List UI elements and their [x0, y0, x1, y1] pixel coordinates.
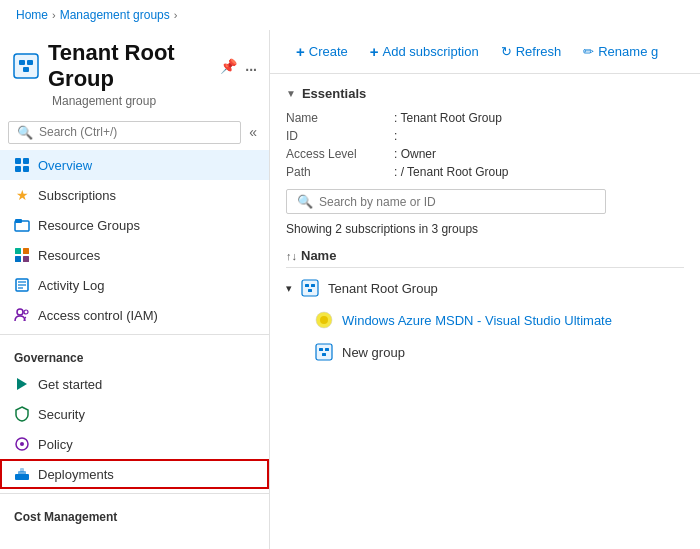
toolbar: + Create + Add subscription ↻ Refresh ✏ …: [270, 30, 700, 74]
sidebar-item-resources[interactable]: Resources: [0, 240, 269, 270]
svg-rect-6: [15, 166, 21, 172]
filter-input[interactable]: [319, 195, 595, 209]
sidebar-item-security-label: Security: [38, 407, 85, 422]
svg-rect-29: [308, 289, 312, 292]
refresh-button[interactable]: ↻ Refresh: [491, 39, 572, 64]
search-box[interactable]: 🔍: [8, 121, 241, 144]
access-control-icon: [14, 307, 30, 323]
svg-rect-35: [322, 353, 326, 356]
svg-rect-7: [23, 166, 29, 172]
sidebar-item-access-control[interactable]: Access control (IAM): [0, 300, 269, 330]
svg-rect-2: [27, 60, 33, 65]
add-subscription-button[interactable]: + Add subscription: [360, 38, 489, 65]
sort-icon[interactable]: ↑↓: [286, 250, 297, 262]
essentials-chevron[interactable]: ▼: [286, 88, 296, 99]
sidebar-resource-icon: [12, 50, 40, 82]
collapse-button[interactable]: «: [245, 120, 261, 144]
sidebar-item-subscriptions[interactable]: ★ Subscriptions: [0, 180, 269, 210]
svg-rect-34: [325, 348, 329, 351]
divider-cost: [0, 493, 269, 494]
management-group-icon: [12, 52, 40, 80]
sidebar-subtitle: Management group: [52, 94, 257, 108]
deployments-icon: [14, 466, 30, 482]
governance-section-label: Governance: [0, 339, 269, 369]
sidebar-item-resource-groups[interactable]: Resource Groups: [0, 210, 269, 240]
sidebar-item-policy[interactable]: Policy: [0, 429, 269, 459]
search-row: 🔍 «: [0, 114, 269, 150]
activity-log-icon: [14, 277, 30, 293]
tenant-root-group-icon: [300, 278, 320, 298]
id-value: :: [394, 129, 684, 143]
svg-rect-0: [14, 54, 38, 78]
create-label: Create: [309, 44, 348, 59]
get-started-icon: [14, 376, 30, 392]
svg-point-31: [320, 316, 328, 324]
list-header: ↑↓ Name: [286, 244, 684, 268]
essentials-header: ▼ Essentials: [286, 86, 684, 101]
sidebar-item-activity-log[interactable]: Activity Log: [0, 270, 269, 300]
create-button[interactable]: + Create: [286, 38, 358, 65]
svg-rect-4: [15, 158, 21, 164]
sidebar-item-access-control-label: Access control (IAM): [38, 308, 158, 323]
security-icon: [14, 406, 30, 422]
breadcrumb-management-groups[interactable]: Management groups: [60, 8, 170, 22]
create-plus-icon: +: [296, 43, 305, 60]
list-column-name: Name: [301, 248, 336, 263]
add-subscription-plus-icon: +: [370, 43, 379, 60]
access-level-label: Access Level: [286, 147, 386, 161]
sidebar-item-resources-label: Resources: [38, 248, 100, 263]
showing-text: Showing 2 subscriptions in 3 groups: [286, 222, 684, 236]
breadcrumb-home[interactable]: Home: [16, 8, 48, 22]
rename-label: Rename g: [598, 44, 658, 59]
sidebar-item-resource-groups-label: Resource Groups: [38, 218, 140, 233]
sidebar-item-get-started[interactable]: Get started: [0, 369, 269, 399]
list-item-tenant-root[interactable]: ▾ Tenant Root Group: [286, 272, 684, 304]
sidebar-item-get-started-label: Get started: [38, 377, 102, 392]
list-item-new-group: New group: [286, 336, 684, 368]
sidebar-title-row: Tenant Root Group 📌 ...: [12, 40, 257, 92]
subscriptions-icon: ★: [14, 187, 30, 203]
sidebar-main-title: Tenant Root Group: [48, 40, 208, 92]
search-input[interactable]: [39, 125, 232, 139]
sidebar-item-overview[interactable]: Overview: [0, 150, 269, 180]
svg-rect-11: [23, 248, 29, 254]
refresh-label: Refresh: [516, 44, 562, 59]
breadcrumb: Home › Management groups ›: [0, 0, 700, 30]
name-label: Name: [286, 111, 386, 125]
path-label: Path: [286, 165, 386, 179]
sidebar-item-subscriptions-label: Subscriptions: [38, 188, 116, 203]
divider-governance: [0, 334, 269, 335]
subscription-icon: [314, 310, 334, 330]
breadcrumb-sep2: ›: [174, 9, 178, 21]
filter-box[interactable]: 🔍: [286, 189, 606, 214]
name-value: : Tenant Root Group: [394, 111, 684, 125]
policy-icon: [14, 436, 30, 452]
svg-rect-25: [20, 468, 24, 472]
search-icon: 🔍: [17, 125, 33, 140]
svg-point-22: [20, 442, 24, 446]
rename-button[interactable]: ✏ Rename g: [573, 39, 668, 64]
sidebar-item-security[interactable]: Security: [0, 399, 269, 429]
svg-rect-5: [23, 158, 29, 164]
svg-rect-12: [15, 256, 21, 262]
pin-button[interactable]: 📌: [220, 58, 237, 74]
svg-point-18: [17, 309, 23, 315]
subscription-link[interactable]: Windows Azure MSDN - Visual Studio Ultim…: [342, 313, 612, 328]
access-level-value: : Owner: [394, 147, 684, 161]
essentials-title: Essentials: [302, 86, 366, 101]
sidebar: Tenant Root Group 📌 ... Management group…: [0, 30, 270, 549]
more-options-button[interactable]: ...: [245, 58, 257, 74]
list-item-subscription: Windows Azure MSDN - Visual Studio Ultim…: [286, 304, 684, 336]
svg-rect-10: [15, 248, 21, 254]
expand-chevron[interactable]: ▾: [286, 282, 292, 295]
essentials-section: ▼ Essentials Name : Tenant Root Group ID…: [270, 74, 700, 380]
sidebar-item-deployments[interactable]: Deployments: [0, 459, 269, 489]
overview-icon: [14, 157, 30, 173]
rename-icon: ✏: [583, 44, 594, 59]
svg-rect-13: [23, 256, 29, 262]
add-subscription-label: Add subscription: [383, 44, 479, 59]
resources-icon: [14, 247, 30, 263]
breadcrumb-sep1: ›: [52, 9, 56, 21]
path-value: : / Tenant Root Group: [394, 165, 684, 179]
refresh-icon: ↻: [501, 44, 512, 59]
